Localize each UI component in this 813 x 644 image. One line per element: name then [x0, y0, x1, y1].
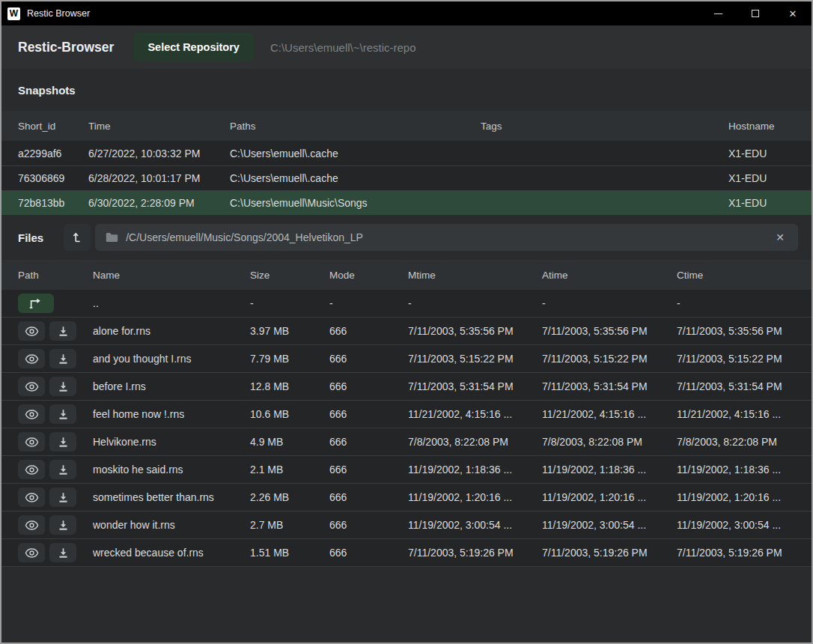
download-file-button[interactable] — [49, 432, 76, 452]
repository-path: C:\Users\emuell\~\restic-repo — [270, 41, 416, 54]
close-button[interactable]: ✕ — [774, 1, 812, 25]
file-size: 10.6 MB — [250, 408, 329, 420]
preview-file-button[interactable] — [18, 432, 45, 452]
snapshot-paths: C:\Users\emuell\.cache — [230, 148, 481, 160]
column-header-atime: Atime — [542, 270, 677, 281]
preview-file-button[interactable] — [18, 321, 45, 341]
snapshot-paths: C:\Users\emuell\Music\Songs — [230, 197, 481, 209]
column-header-paths: Paths — [230, 121, 481, 132]
file-atime: 7/11/2003, 5:15:22 PM — [542, 353, 677, 365]
app-window: W Restic Browser ✕ Restic-Browser Select… — [0, 0, 813, 644]
file-row: and you thought I.rns 7.79 MB 666 7/11/2… — [1, 345, 812, 373]
file-size: 12.8 MB — [250, 380, 329, 392]
file-ctime: 7/11/2003, 5:19:26 PM — [677, 547, 812, 559]
download-file-button[interactable] — [49, 460, 76, 479]
parent-directory-size: - — [250, 297, 329, 309]
snapshot-row[interactable]: 76306869 6/28/2022, 10:01:17 PM C:\Users… — [1, 165, 812, 190]
app-header: Restic-Browser Select Repository C:\User… — [1, 25, 812, 69]
snapshots-table-body: a2299af6 6/27/2022, 10:03:32 PM C:\Users… — [1, 141, 812, 215]
file-ctime: 11/19/2002, 1:20:16 ... — [677, 491, 812, 503]
up-right-arrow-icon — [28, 299, 43, 309]
file-row: wrecked because of.rns 1.51 MB 666 7/11/… — [1, 539, 812, 567]
preview-file-button[interactable] — [18, 515, 45, 535]
snapshot-hostname: X1-EDU — [728, 148, 812, 160]
preview-file-button[interactable] — [18, 404, 45, 424]
file-mode: 666 — [329, 519, 408, 531]
column-header-path: Path — [18, 270, 93, 281]
file-name: Helvikone.rns — [93, 436, 250, 448]
eye-icon — [25, 547, 39, 559]
file-mode: 666 — [329, 325, 408, 337]
eye-icon — [25, 437, 39, 448]
preview-file-button[interactable] — [18, 349, 45, 368]
file-ctime: 11/19/2002, 3:00:54 ... — [677, 519, 812, 531]
eye-icon — [25, 353, 39, 365]
file-atime: 7/11/2003, 5:35:56 PM — [542, 325, 677, 337]
file-atime: 11/19/2002, 3:00:54 ... — [542, 519, 677, 531]
minimize-button[interactable] — [699, 1, 737, 25]
file-name: feel home now !.rns — [93, 408, 250, 420]
preview-file-button[interactable] — [18, 487, 45, 507]
select-repository-button[interactable]: Select Repository — [133, 33, 254, 61]
download-file-button[interactable] — [49, 349, 76, 368]
parent-directory-atime: - — [542, 297, 677, 309]
app-name: Restic-Browser — [18, 40, 114, 55]
download-file-button[interactable] — [49, 404, 76, 424]
download-icon — [58, 409, 69, 420]
download-file-button[interactable] — [49, 515, 76, 535]
snapshot-short-id: a2299af6 — [18, 148, 88, 160]
column-header-hostname: Hostname — [728, 121, 812, 132]
file-name: and you thought I.rns — [93, 353, 250, 365]
file-mtime: 7/11/2003, 5:19:26 PM — [408, 547, 542, 559]
clear-path-button[interactable]: ✕ — [773, 230, 788, 245]
eye-icon — [25, 492, 39, 503]
current-path-input[interactable]: /C/Users/emuell/Music/Songs/2004_Helveti… — [95, 224, 798, 251]
file-name: moskito he said.rns — [93, 464, 250, 476]
maximize-button[interactable] — [737, 1, 774, 25]
preview-file-button[interactable] — [18, 377, 45, 396]
files-table-header: Path Name Size Mode Mtime Atime Ctime — [1, 260, 812, 290]
file-mtime: 11/19/2002, 1:18:36 ... — [408, 464, 542, 476]
file-ctime: 7/11/2003, 5:35:56 PM — [677, 325, 812, 337]
download-file-button[interactable] — [49, 487, 76, 507]
file-mode: 666 — [329, 436, 408, 448]
download-icon — [58, 520, 69, 531]
file-atime: 11/19/2002, 1:18:36 ... — [542, 464, 677, 476]
window-title: Restic Browser — [27, 8, 90, 19]
file-mode: 666 — [329, 491, 408, 503]
file-size: 2.26 MB — [250, 491, 329, 503]
file-atime: 7/11/2003, 5:31:54 PM — [542, 380, 677, 392]
preview-file-button[interactable] — [18, 543, 45, 562]
file-name: alone for.rns — [93, 325, 250, 337]
download-file-button[interactable] — [49, 377, 76, 396]
window-controls: ✕ — [699, 1, 812, 25]
file-row: feel home now !.rns 10.6 MB 666 11/21/20… — [1, 401, 812, 428]
parent-directory-name: .. — [93, 297, 250, 309]
go-up-directory-button[interactable] — [64, 224, 91, 251]
snapshot-row[interactable]: a2299af6 6/27/2022, 10:03:32 PM C:\Users… — [1, 141, 812, 165]
current-path-value: /C/Users/emuell/Music/Songs/2004_Helveti… — [126, 231, 765, 243]
file-ctime: 11/21/2002, 4:15:16 ... — [677, 408, 812, 420]
snapshot-time: 6/27/2022, 10:03:32 PM — [88, 148, 230, 160]
file-name: wrecked because of.rns — [93, 547, 250, 559]
snapshot-row[interactable]: 72b813bb 6/30/2022, 2:28:09 PM C:\Users\… — [1, 190, 812, 215]
column-header-time: Time — [88, 121, 230, 132]
download-file-button[interactable] — [49, 543, 76, 562]
download-icon — [58, 464, 69, 476]
file-mode: 666 — [329, 547, 408, 559]
parent-directory-button[interactable] — [18, 294, 54, 313]
file-size: 3.97 MB — [250, 325, 329, 337]
preview-file-button[interactable] — [18, 460, 45, 479]
parent-directory-row: .. - - - - - — [1, 290, 812, 318]
file-row: Helvikone.rns 4.9 MB 666 7/8/2003, 8:22:… — [1, 428, 812, 456]
file-size: 4.9 MB — [250, 436, 329, 448]
file-name: before I.rns — [93, 380, 250, 392]
download-file-button[interactable] — [49, 321, 76, 341]
file-atime: 7/8/2003, 8:22:08 PM — [542, 436, 677, 448]
download-icon — [58, 437, 69, 448]
file-atime: 7/11/2003, 5:19:26 PM — [542, 547, 677, 559]
folder-icon — [106, 232, 118, 243]
column-header-short-id: Short_id — [18, 121, 88, 132]
files-table-body: alone for.rns 3.97 MB 666 7/11/2003, 5:3… — [1, 318, 812, 567]
snapshots-section-title: Snapshots — [1, 84, 812, 97]
